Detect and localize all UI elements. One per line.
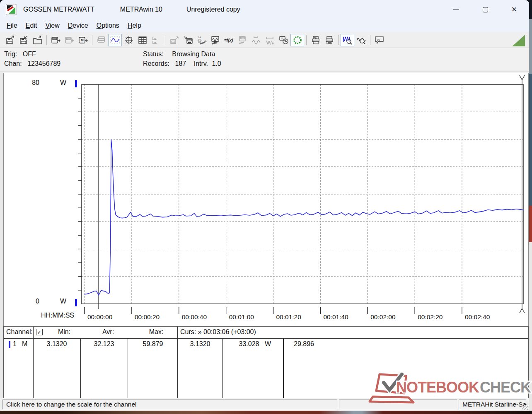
background-sliver: [529, 206, 532, 242]
toolbar: 321 321 M 1257 1:A..2:V..3:P.. =f(x) 321…: [0, 32, 529, 48]
table-divider: [222, 338, 223, 398]
svg-text:M: M: [81, 38, 84, 42]
print-preview-button[interactable]: [309, 34, 322, 46]
toolbar-separator: [338, 35, 339, 45]
store-device-to-disk-button[interactable]: [181, 34, 195, 46]
records-label: Records:: [143, 60, 169, 67]
y-axis-unit-bottom: W: [60, 298, 66, 305]
save-file-button[interactable]: [3, 34, 17, 46]
close-icon: ×: [512, 5, 517, 14]
minimize-button[interactable]: [445, 1, 468, 18]
svg-text:1/2: 1/2: [377, 38, 380, 41]
trig-value: OFF: [23, 51, 36, 58]
x-tick-label: 00:00:20: [135, 313, 160, 320]
col-header-min[interactable]: Min:: [58, 328, 70, 336]
toolbar-separator: [165, 35, 165, 45]
channel-visibility-checkbox[interactable]: [36, 329, 43, 335]
open-file-button[interactable]: [31, 34, 44, 46]
time-interval-clock-button[interactable]: 12: [277, 34, 290, 46]
scale-hint-segment[interactable]: Click here to change the scale for the c…: [2, 400, 337, 409]
multi-display-button[interactable]: 1257: [94, 34, 108, 46]
svg-text:321: 321: [241, 37, 244, 39]
record-live-button[interactable]: [290, 34, 304, 46]
menu-edit[interactable]: Edit: [22, 21, 41, 31]
x-tick-label: 00:01:00: [229, 313, 254, 320]
menu-device[interactable]: Device: [64, 21, 92, 31]
close-button[interactable]: ×: [503, 1, 526, 18]
read-from-device-button[interactable]: 321: [63, 34, 76, 46]
export-data-button[interactable]: [167, 34, 181, 46]
x-axis-format-label: HH:MM:SS: [41, 312, 74, 319]
status-value: Browsing Data: [172, 51, 215, 58]
svg-text:=f(x): =f(x): [224, 38, 233, 43]
chan-status: Chan: 123456789: [4, 60, 60, 67]
menubar: File Edit View Device Options Help: [0, 19, 529, 32]
channel-setup-button[interactable]: 1:A..2:V..3:P..: [195, 34, 208, 46]
interval-label: Intrv.: [194, 60, 208, 67]
x-tick-label: 00:01:20: [276, 313, 302, 320]
device-settings-button[interactable]: 321: [236, 34, 249, 46]
avr-value: 32.123: [94, 340, 114, 348]
monitor-live-button[interactable]: [208, 34, 222, 46]
waveform-marker-button[interactable]: [249, 34, 263, 46]
titlebar-vendor: GOSSEN METRAWATT: [23, 6, 94, 13]
power-series-line: [85, 140, 523, 295]
background-sliver: [529, 19, 532, 74]
y-axis-unit-top: W: [60, 79, 66, 87]
col-header-channel: Channel:: [6, 328, 33, 336]
col-header-max[interactable]: Max:: [149, 328, 164, 336]
maximize-icon: [483, 7, 488, 12]
send-to-device-button[interactable]: 321: [49, 34, 63, 46]
x-tick-label: 00:02:20: [418, 313, 443, 320]
svg-text:321: 321: [53, 38, 56, 40]
toolbar-separator: [370, 35, 370, 45]
menu-options[interactable]: Options: [92, 21, 123, 31]
cursor-left-value: 3.1320: [190, 340, 210, 348]
channel-color-marker: [9, 341, 10, 348]
records-status: Records: 187 Intrv. 1.0: [143, 60, 221, 67]
power-chart[interactable]: 00:00:0000:00:2000:00:4000:01:0000:01:20…: [4, 73, 528, 326]
svg-text:12: 12: [281, 37, 283, 40]
zoom-out-wave-button[interactable]: [354, 34, 368, 46]
x-tick-label: 00:02:40: [465, 313, 490, 320]
waveform-dense-button[interactable]: [263, 34, 277, 46]
view-table-button[interactable]: [135, 34, 149, 46]
channel-scale-marker-top[interactable]: [75, 80, 77, 87]
x-tick-label: 00:00:00: [87, 313, 113, 320]
table-divider: [177, 327, 178, 398]
screen: GOSSEN METRAWATT METRAwin 10 Unregistere…: [0, 0, 532, 414]
print-button[interactable]: [322, 34, 336, 46]
menu-help[interactable]: Help: [123, 21, 145, 31]
interval-value: 1.0: [212, 60, 221, 67]
channel-id: 1: [13, 340, 17, 348]
menu-file[interactable]: File: [2, 21, 22, 31]
app-window: GOSSEN METRAWATT METRAwin 10 Unregistere…: [0, 0, 529, 411]
view-histogram-button[interactable]: [149, 34, 163, 46]
col-header-cursor[interactable]: Curs: » 00:03:06 (+03:00): [180, 328, 256, 336]
status-label: Status:: [143, 51, 164, 58]
page-bottom-strip: [0, 411, 532, 414]
view-xy-button[interactable]: [122, 34, 135, 46]
read-memory-button[interactable]: M: [76, 34, 90, 46]
zoom-in-wave-button[interactable]: [341, 34, 354, 46]
maximize-button[interactable]: [474, 1, 497, 18]
app-logo-icon: [6, 4, 17, 15]
channel-scale-marker-bottom[interactable]: [75, 299, 77, 306]
min-value: 3.1320: [47, 340, 67, 348]
formula-fx-button[interactable]: =f(x): [222, 34, 236, 46]
annotation-notes-button[interactable]: 1/2: [372, 34, 386, 46]
titlebar-license: Unregistered copy: [186, 6, 240, 13]
acquisition-status: Status: Browsing Data: [143, 51, 215, 58]
col-header-avr[interactable]: Avr:: [102, 328, 114, 336]
cursor-unit: W: [265, 340, 271, 348]
menu-view[interactable]: View: [41, 21, 63, 31]
toolbar-separator: [46, 35, 47, 45]
chart-panel[interactable]: 80 W 0 W HH:MM:SS 00:00:0000:00:2000:00:…: [3, 73, 529, 326]
x-tick-label: 00:02:00: [370, 313, 396, 320]
toolbar-separator: [92, 35, 92, 45]
trig-label: Trig:: [4, 51, 17, 58]
view-chart-button[interactable]: [108, 34, 122, 46]
save-as-button[interactable]: [17, 34, 31, 46]
y-axis-min-label: 0: [28, 298, 39, 305]
green-corner-triangle: [512, 35, 525, 46]
